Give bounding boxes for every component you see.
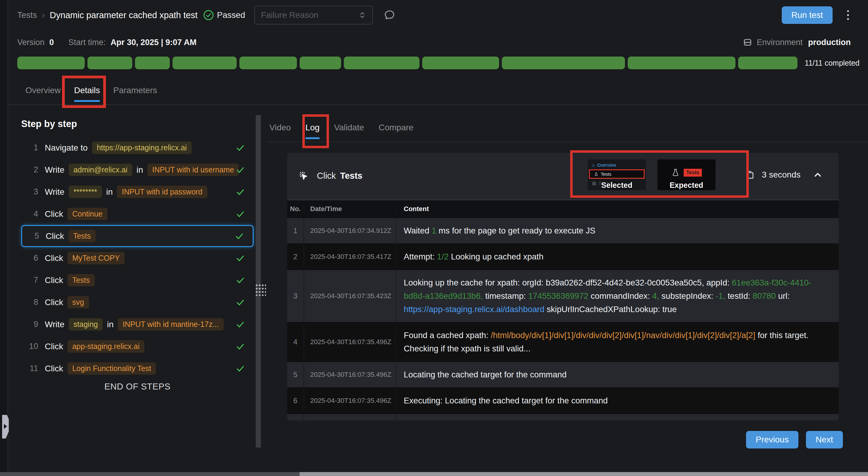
- column-content: Content: [396, 204, 839, 214]
- breadcrumb[interactable]: Tests: [17, 10, 37, 20]
- step-row[interactable]: 2Writeadmin@relicx.aiinINPUT with id use…: [21, 159, 254, 181]
- progress-segment[interactable]: [628, 57, 736, 69]
- command-action: Click: [317, 171, 336, 181]
- tab-compare[interactable]: Compare: [379, 113, 413, 141]
- step-plain: in: [107, 320, 114, 329]
- tab-log[interactable]: Log: [305, 113, 319, 141]
- step-row[interactable]: 11ClickLogin Functionality Test: [21, 358, 254, 379]
- step-success-check-icon: [236, 253, 245, 263]
- step-number: 1: [25, 143, 38, 152]
- version-label: Version: [17, 38, 44, 47]
- step-row[interactable]: 4ClickContinue: [21, 203, 254, 225]
- copy-icon[interactable]: [745, 170, 755, 180]
- tab-video[interactable]: Video: [269, 113, 291, 141]
- horizontal-scrollbar-thumb[interactable]: [300, 472, 868, 476]
- log-row: 32025-04-30T16:07:35.423ZLooking up the …: [287, 269, 839, 322]
- comment-bubble-icon[interactable]: [383, 9, 396, 22]
- log-row: 22025-04-30T16:07:35.417ZAttempt: 1/2 Lo…: [287, 243, 839, 269]
- progress-segment[interactable]: [88, 57, 132, 69]
- log-row-number: 1: [287, 218, 304, 243]
- step-action: Navigate to: [45, 143, 88, 153]
- tab-parameters[interactable]: Parameters: [113, 76, 157, 104]
- progress-segment[interactable]: [17, 57, 85, 69]
- step-number: 2: [25, 165, 38, 174]
- log-row-content: Found the object for xpath: /html/body/d…: [396, 414, 839, 420]
- status-badge: Passed: [203, 10, 245, 21]
- step-plain: in: [106, 187, 113, 197]
- duration-info: 3 seconds: [745, 170, 823, 180]
- step-action: Click: [46, 231, 64, 241]
- progress-segment[interactable]: [135, 57, 170, 69]
- tab-overview[interactable]: Overview: [25, 76, 61, 104]
- step-target: INPUT with id username: [147, 164, 239, 176]
- steps-list: 1Navigate tohttps://app-staging.relicx.a…: [21, 137, 254, 379]
- log-row-datetime: 2025-04-30T16:07:35.423Z: [304, 270, 396, 322]
- progress-segment[interactable]: [239, 57, 297, 69]
- progress-completed-text: 11/11 completed: [805, 59, 860, 67]
- step-number: 10: [25, 342, 38, 351]
- log-row: 62025-04-30T16:07:35.496ZExecuting: Loca…: [287, 387, 839, 413]
- progress-segment[interactable]: [738, 57, 797, 69]
- step-row[interactable]: 7ClickTests: [21, 269, 254, 291]
- run-test-button[interactable]: Run test: [782, 6, 833, 24]
- progress-segment[interactable]: [173, 57, 237, 69]
- start-time-label: Start time:: [68, 38, 105, 47]
- step-action: Click: [45, 298, 63, 307]
- active-tab-underline: [74, 100, 100, 102]
- start-time-value: Apr 30, 2025 | 9:07 AM: [111, 38, 196, 47]
- failure-reason-select[interactable]: Failure Reason: [254, 6, 373, 25]
- progress-segment[interactable]: [502, 57, 625, 69]
- steps-panel-title: Step by step: [21, 118, 77, 129]
- step-success-check-icon: [236, 298, 245, 307]
- log-row: 72025-04-30T16:07:35.753ZFound the objec…: [287, 413, 839, 420]
- log-row: 52025-04-30T16:07:35.496ZLocating the ca…: [287, 362, 839, 387]
- step-number: 4: [25, 209, 38, 219]
- step-row[interactable]: 10Clickapp-staging.relicx.ai: [21, 335, 254, 358]
- selected-screenshot-thumbnail[interactable]: ⌂OverviewTests▦Suites Selected: [588, 159, 646, 190]
- main-tabs: Overview Details Parameters: [8, 76, 868, 105]
- step-row[interactable]: 6ClickMyTest COPY: [21, 247, 254, 269]
- tab-validate[interactable]: Validate: [334, 113, 364, 141]
- more-options-kebab-icon[interactable]: [845, 8, 851, 22]
- expected-screenshot-thumbnail[interactable]: Tests Expected: [657, 159, 715, 190]
- step-number: 8: [25, 298, 38, 307]
- step-row[interactable]: 9WritestaginginINPUT with id mantine-17z…: [21, 313, 254, 335]
- step-number: 3: [25, 187, 38, 197]
- left-rail: [0, 0, 8, 476]
- log-card: Click Tests ⌂OverviewTests▦Suites Select…: [287, 153, 839, 420]
- log-row-datetime: 2025-04-30T16:07:35.753Z: [304, 414, 396, 420]
- log-row-datetime: 2025-04-30T16:07:35.496Z: [304, 388, 396, 413]
- next-button[interactable]: Next: [806, 431, 843, 448]
- step-action: Click: [45, 209, 63, 219]
- environment-label: Environment: [756, 38, 803, 47]
- collapse-chevron-up-icon[interactable]: [813, 170, 823, 180]
- log-table: No. Date/Time Content 12025-04-30T16:07:…: [287, 201, 839, 420]
- progress-segment[interactable]: [300, 57, 341, 69]
- log-row-content: Found a cached xpath: /html/body/div[1]/…: [396, 323, 839, 362]
- step-row[interactable]: 3Write********inINPUT with id password: [21, 181, 254, 203]
- version-value: 0: [49, 38, 54, 47]
- step-value: https://app-staging.relicx.ai: [92, 141, 192, 154]
- app-root: Tests › Dynamic parameter cached xpath t…: [0, 0, 868, 476]
- step-value: admin@relicx.ai: [69, 164, 132, 176]
- expand-arrow-icon: [4, 424, 7, 429]
- log-row-datetime: 2025-04-30T16:07:35.496Z: [304, 323, 396, 362]
- sidebar-expand-handle[interactable]: [2, 415, 9, 439]
- progress-segment[interactable]: [344, 57, 420, 69]
- step-target: Continue: [67, 208, 107, 220]
- log-row-content: Waited 1 ms for the page to get ready to…: [396, 218, 839, 243]
- log-row-content: Attempt: 1/2 Looking up cached xpath: [396, 244, 839, 269]
- column-datetime: Date/Time: [304, 205, 396, 213]
- step-row[interactable]: 5ClickTests: [21, 225, 254, 247]
- step-target: MyTest COPY: [67, 252, 125, 264]
- panel-scrollbar[interactable]: [256, 115, 261, 448]
- progress-segment[interactable]: [422, 57, 499, 69]
- step-row[interactable]: 1Navigate tohttps://app-staging.relicx.a…: [21, 137, 254, 159]
- selected-caption: Selected: [588, 181, 646, 190]
- step-success-check-icon: [236, 275, 245, 285]
- tab-details[interactable]: Details: [74, 76, 100, 104]
- step-row[interactable]: 8Clicksvg: [21, 291, 254, 313]
- step-number: 5: [26, 231, 39, 241]
- panel-resize-handle-icon[interactable]: [255, 284, 266, 296]
- previous-button[interactable]: Previous: [746, 431, 798, 448]
